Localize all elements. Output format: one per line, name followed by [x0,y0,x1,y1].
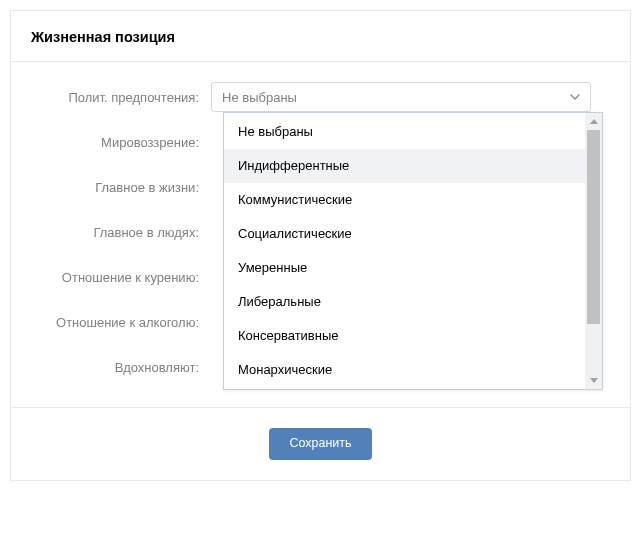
save-button[interactable]: Сохранить [269,428,371,460]
political-dropdown: Не выбраныИндифферентныеКоммунистические… [223,112,603,390]
card-title: Жизненная позиция [31,29,610,45]
dropdown-scrollbar[interactable] [585,113,602,389]
dropdown-option[interactable]: Индифферентные [224,149,585,183]
label-life-main: Главное в жизни: [31,180,211,195]
label-political: Полит. предпочтения: [31,90,211,105]
dropdown-option[interactable]: Коммунистические [224,183,585,217]
row-political: Полит. предпочтения: Не выбраны [31,82,610,112]
dropdown-option[interactable]: Не выбраны [224,115,585,149]
select-political[interactable]: Не выбраны [211,82,591,112]
label-alcohol: Отношение к алкоголю: [31,315,211,330]
scroll-up-icon[interactable] [585,113,602,130]
select-political-value: Не выбраны [222,90,297,105]
chevron-down-icon [570,94,580,100]
label-smoking: Отношение к курению: [31,270,211,285]
life-position-card: Жизненная позиция Полит. предпочтения: Н… [10,10,631,481]
dropdown-option[interactable]: Консервативные [224,319,585,353]
scroll-down-icon[interactable] [585,372,602,389]
dropdown-option[interactable]: Умеренные [224,251,585,285]
dropdown-option[interactable]: Либеральные [224,285,585,319]
label-worldview: Мировоззрение: [31,135,211,150]
card-body: Полит. предпочтения: Не выбраны Мировозз… [11,61,630,407]
dropdown-option[interactable]: Монархические [224,353,585,387]
card-header: Жизненная позиция [11,11,630,61]
scrollbar-thumb[interactable] [587,130,600,324]
label-people-main: Главное в людях: [31,225,211,240]
dropdown-option[interactable]: Социалистические [224,217,585,251]
card-footer: Сохранить [11,407,630,480]
label-inspired: Вдохновляют: [31,360,211,375]
dropdown-list: Не выбраныИндифферентныеКоммунистические… [224,113,585,389]
scrollbar-track[interactable] [585,130,602,372]
